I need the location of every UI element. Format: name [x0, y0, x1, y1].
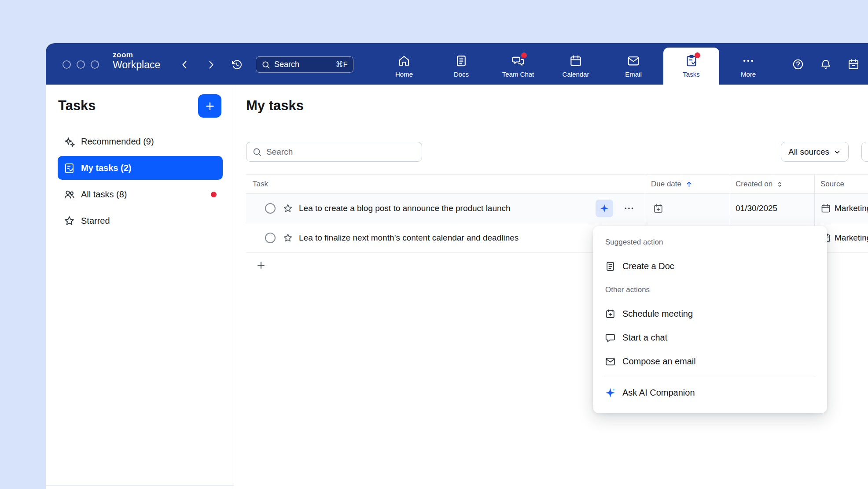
sidebar-item-label: Recommended (9) [81, 137, 154, 147]
menu-item-schedule-meeting[interactable]: Schedule meeting [593, 302, 827, 326]
column-header-task[interactable]: Task [246, 175, 645, 193]
app-window: zoom Workplace Search ⌘F [46, 43, 868, 489]
all-tasks-notification-dot [211, 192, 217, 197]
help-button[interactable] [790, 56, 806, 72]
nav-team-chat[interactable]: Team Chat [494, 48, 542, 85]
desktop-background: zoom Workplace Search ⌘F [0, 0, 868, 489]
menu-section-label-suggested: Suggested action [593, 230, 827, 254]
window-control-zoom[interactable] [91, 60, 99, 69]
source-cell: Marketing [814, 194, 868, 223]
workplace-wordmark: Workplace [113, 59, 160, 71]
nav-home[interactable]: Home [380, 48, 428, 85]
page-title: My tasks [246, 98, 304, 114]
task-star-icon[interactable] [283, 233, 293, 243]
bell-icon [820, 58, 832, 70]
sparkle-icon [63, 136, 75, 148]
task-title: Lea to create a blog post to announce th… [299, 204, 511, 213]
people-icon [63, 189, 75, 200]
add-due-date-icon[interactable] [653, 203, 664, 214]
sidebar-nav-list: Recommended (9) My tasks (2) [58, 128, 223, 234]
calendar-icon [569, 54, 582, 67]
topbar: zoom Workplace Search ⌘F [46, 43, 868, 85]
task-star-icon[interactable] [283, 203, 293, 214]
source-label: Marketing [835, 204, 868, 213]
sidebar-item-all-tasks[interactable]: All tasks (8) [58, 181, 223, 207]
sidebar-item-my-tasks[interactable]: My tasks (2) [58, 156, 223, 180]
add-task-plus-icon[interactable] [256, 260, 266, 270]
more-filters-button-partial[interactable] [861, 142, 868, 162]
sidebar: Tasks Recommended (9) [46, 85, 234, 489]
due-date-cell[interactable] [645, 194, 730, 223]
history-button[interactable] [229, 57, 244, 72]
sort-both-icon[interactable] [776, 181, 783, 188]
sidebar-title: Tasks [58, 98, 96, 114]
nav-calendar[interactable]: Calendar [552, 48, 600, 85]
star-outline-icon [283, 233, 293, 243]
chevron-right-icon [206, 59, 216, 70]
email-icon [627, 54, 640, 67]
plus-icon [204, 100, 216, 112]
global-search-button[interactable]: Search ⌘F [256, 56, 353, 73]
task-more-actions-button[interactable] [621, 200, 637, 216]
sources-filter-dropdown[interactable]: All sources [781, 142, 849, 162]
ai-companion-sparkle-svg [605, 387, 616, 398]
task-complete-checkbox[interactable] [265, 233, 276, 243]
menu-item-compose-an-email[interactable]: Compose an email [593, 349, 827, 373]
sources-filter-label: All sources [788, 147, 829, 157]
new-task-button[interactable] [198, 94, 221, 118]
doc-icon [605, 261, 616, 272]
nav-tasks[interactable]: Tasks [663, 48, 719, 85]
suggested-actions-menu: Suggested action Create a Doc Other acti… [593, 226, 827, 413]
docs-icon [455, 54, 468, 67]
nav-email[interactable]: Email [609, 48, 658, 85]
tasks-notification-dot [695, 52, 700, 58]
chat-bubble-icon-svg [605, 332, 616, 343]
star-icon [63, 215, 75, 227]
sidebar-item-recommended[interactable]: Recommended (9) [58, 128, 223, 155]
sparkle-icon-svg [63, 136, 75, 148]
task-search-box[interactable] [246, 142, 422, 162]
ai-sparkle-icon [600, 204, 609, 213]
team-chat-notification-dot [521, 52, 527, 58]
back-button[interactable] [177, 57, 192, 72]
sidebar-bottom-divider [46, 485, 234, 486]
menu-item-create-a-doc[interactable]: Create a Doc [593, 254, 827, 278]
column-header-created-on[interactable]: Created on [730, 175, 814, 193]
task-row-1[interactable]: Lea to create a blog post to announce th… [246, 194, 868, 223]
ai-suggested-action-button[interactable] [596, 200, 613, 217]
source-label: Marketing [835, 233, 868, 243]
column-header-source[interactable]: Source [814, 175, 868, 193]
home-icon [397, 54, 411, 67]
nav-more[interactable]: More [724, 48, 772, 85]
menu-item-label: Compose an email [622, 356, 696, 367]
sort-ascending-icon[interactable] [685, 180, 693, 189]
doc-icon-svg [605, 261, 616, 272]
menu-item-start-a-chat[interactable]: Start a chat [593, 326, 827, 349]
forward-button[interactable] [203, 57, 218, 72]
window-control-close[interactable] [63, 60, 71, 69]
menu-item-label: Schedule meeting [622, 309, 693, 319]
menu-item-label: Create a Doc [622, 261, 674, 271]
sidebar-item-label: Starred [81, 216, 110, 226]
notifications-button[interactable] [818, 56, 834, 72]
date-widget-button[interactable] [846, 56, 861, 72]
envelope-icon-svg [605, 356, 616, 367]
nav-more-label: More [741, 70, 756, 78]
nav-docs-label: Docs [454, 70, 469, 78]
task-complete-checkbox[interactable] [265, 203, 276, 214]
my-tasks-icon [63, 162, 75, 174]
nav-docs[interactable]: Docs [437, 48, 485, 85]
menu-item-ask-ai-companion[interactable]: Ask AI Companion [593, 381, 827, 404]
star-outline-icon [283, 203, 293, 214]
menu-section-label-other: Other actions [593, 278, 827, 302]
created-on-header-label: Created on [736, 180, 772, 189]
window-control-minimize[interactable] [77, 60, 85, 69]
task-search-input[interactable] [266, 147, 416, 157]
menu-item-label: Start a chat [622, 333, 667, 343]
due-date-header-label: Due date [651, 180, 681, 189]
task-title: Lea to finalize next month’s content cal… [299, 233, 519, 243]
envelope-icon [605, 356, 616, 367]
sidebar-item-starred[interactable]: Starred [58, 207, 223, 234]
column-header-due-date[interactable]: Due date [645, 175, 730, 193]
chat-bubble-icon [605, 332, 616, 343]
